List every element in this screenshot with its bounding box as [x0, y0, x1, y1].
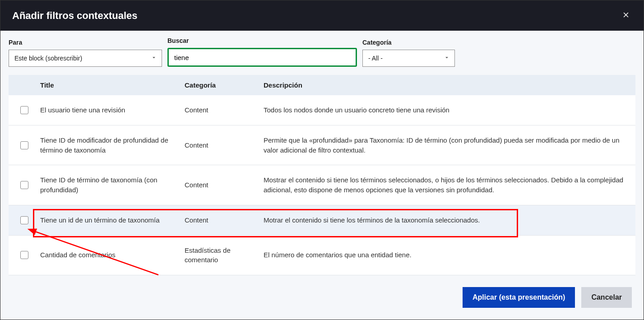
- col-header-description: Descripción: [264, 81, 635, 89]
- field-categoria: Categoría - All -: [362, 39, 455, 67]
- col-header-checkbox: [9, 81, 40, 89]
- chevron-down-icon: [444, 55, 450, 62]
- modal-title: Añadir filtros contextuales: [12, 10, 138, 22]
- row-checkbox[interactable]: [20, 251, 28, 259]
- chevron-down-icon: [151, 55, 157, 62]
- col-header-category: Categoría: [185, 81, 264, 89]
- para-select[interactable]: Este block (sobrescribir): [9, 50, 162, 67]
- row-checkbox-cell: [9, 141, 40, 149]
- row-title: Tiene un id de un término de taxonomía: [40, 215, 185, 225]
- table-row[interactable]: El usuario tiene una revisiónContentTodo…: [9, 95, 635, 125]
- table-header: Title Categoría Descripción: [9, 75, 635, 95]
- row-checkbox-cell: [9, 251, 40, 259]
- row-title: El usuario tiene una revisión: [40, 105, 185, 115]
- row-checkbox-cell: [9, 106, 40, 114]
- modal-header: Añadir filtros contextuales: [0, 0, 644, 31]
- row-category: Content: [185, 105, 264, 115]
- categoria-value: - All -: [368, 55, 383, 62]
- row-category: Content: [185, 215, 264, 225]
- table-row[interactable]: Tiene un id de un término de taxonomíaCo…: [9, 205, 635, 236]
- row-category: Content: [185, 140, 264, 150]
- para-value: Este block (sobrescribir): [14, 55, 82, 62]
- field-buscar: Buscar: [167, 37, 357, 67]
- buscar-label: Buscar: [167, 37, 357, 44]
- categoria-select[interactable]: - All -: [362, 50, 455, 67]
- row-checkbox[interactable]: [20, 106, 28, 114]
- row-checkbox[interactable]: [20, 141, 28, 149]
- modal-dialog: Añadir filtros contextuales Para Este bl…: [0, 0, 644, 320]
- col-header-title: Title: [40, 81, 185, 89]
- cancel-button[interactable]: Cancelar: [581, 287, 632, 308]
- table-row[interactable]: Tiene ID de modificador de profundidad d…: [9, 125, 635, 166]
- search-input[interactable]: [174, 54, 350, 61]
- row-category: Content: [185, 180, 264, 190]
- row-title: Cantidad de comentarios: [40, 250, 185, 260]
- row-checkbox[interactable]: [20, 216, 28, 224]
- categoria-label: Categoría: [362, 39, 455, 46]
- search-input-wrap: [167, 48, 357, 67]
- row-description: Mostrar el contenido si tiene los términ…: [264, 175, 635, 195]
- para-label: Para: [9, 39, 162, 46]
- filters-bar: Para Este block (sobrescribir) Buscar Ca…: [0, 31, 644, 75]
- field-para: Para Este block (sobrescribir): [9, 39, 162, 67]
- row-checkbox[interactable]: [20, 181, 28, 189]
- row-description: Todos los nodos donde un usuario concret…: [264, 105, 635, 115]
- results-area: Title Categoría Descripción El usuario t…: [9, 75, 635, 275]
- table-row[interactable]: Cantidad de comentariosEstadísticas de c…: [9, 236, 635, 276]
- results-table: Title Categoría Descripción El usuario t…: [9, 75, 635, 275]
- footer-actions: Aplicar (esta presentación) Cancelar: [0, 280, 644, 320]
- row-checkbox-cell: [9, 216, 40, 224]
- table-row[interactable]: Tiene ID de término de taxonomía (con pr…: [9, 165, 635, 205]
- row-description: El número de comentarios que una entidad…: [264, 250, 635, 260]
- row-title: Tiene ID de modificador de profundidad d…: [40, 135, 185, 155]
- row-category: Estadísticas de comentario: [185, 246, 264, 265]
- row-title: Tiene ID de término de taxonomía (con pr…: [40, 175, 185, 195]
- close-icon: [622, 14, 630, 20]
- row-checkbox-cell: [9, 181, 40, 189]
- close-button[interactable]: [620, 9, 632, 22]
- table-body: El usuario tiene una revisiónContentTodo…: [9, 95, 635, 275]
- row-description: Permite que la «profundidad» para Taxono…: [264, 135, 635, 155]
- row-description: Motrar el contenido si tiene los término…: [264, 215, 635, 225]
- apply-button[interactable]: Aplicar (esta presentación): [463, 287, 575, 308]
